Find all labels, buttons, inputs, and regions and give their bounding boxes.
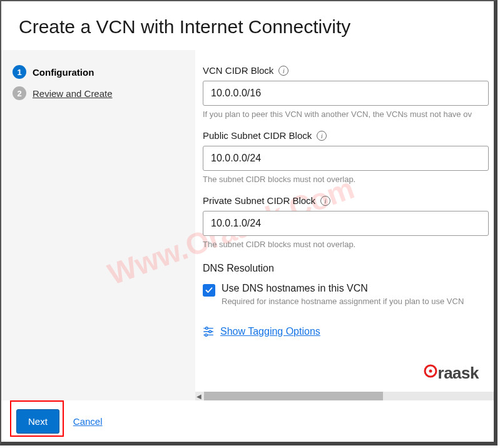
dns-checkbox-label: Use DNS hostnames in this VCN: [222, 283, 464, 294]
step-label: Review and Create: [33, 88, 113, 99]
main-panel: VCN CIDR Block i If you plan to peer thi…: [195, 50, 494, 400]
show-tagging-link[interactable]: Show Tagging Options: [220, 326, 320, 337]
step-review-create[interactable]: 2 Review and Create: [13, 86, 184, 100]
horizontal-scrollbar[interactable]: ◀: [195, 392, 494, 400]
dns-checkbox[interactable]: [203, 284, 215, 297]
scroll-left-arrow-icon[interactable]: ◀: [196, 393, 202, 400]
public-subnet-input[interactable]: [203, 146, 489, 171]
private-subnet-label: Private Subnet CIDR Block i: [203, 195, 489, 206]
svg-point-3: [209, 330, 212, 333]
dns-heading: DNS Resolution: [203, 263, 489, 274]
vcn-cidr-label: VCN CIDR Block i: [203, 65, 489, 76]
step-number-icon: 1: [13, 65, 26, 79]
vcn-cidr-help: If you plan to peer this VCN with anothe…: [203, 109, 489, 119]
scrollbar-thumb[interactable]: [204, 392, 383, 400]
vcn-cidr-input[interactable]: [203, 81, 489, 106]
info-icon[interactable]: i: [320, 196, 330, 206]
private-subnet-input[interactable]: [203, 211, 489, 236]
next-button[interactable]: Next: [16, 409, 59, 434]
cancel-link[interactable]: Cancel: [73, 416, 103, 427]
sliders-icon: [203, 326, 214, 337]
svg-point-5: [205, 334, 208, 337]
step-number-icon: 2: [13, 86, 26, 100]
oraask-logo: raask: [423, 364, 479, 383]
page-title: Create a VCN with Internet Connectivity: [19, 16, 476, 38]
logo-icon: [423, 364, 438, 379]
step-label: Configuration: [33, 67, 94, 78]
footer: Next Cancel: [1, 400, 494, 442]
wizard-sidebar: 1 Configuration 2 Review and Create: [1, 50, 195, 400]
svg-point-7: [429, 370, 432, 373]
info-icon[interactable]: i: [317, 131, 327, 141]
svg-point-1: [206, 327, 208, 330]
checkmark-icon: [205, 287, 213, 294]
step-configuration[interactable]: 1 Configuration: [13, 65, 184, 79]
private-subnet-help: The subnet CIDR blocks must not overlap.: [203, 240, 489, 249]
dns-checkbox-help: Required for instance hostname assignmen…: [222, 297, 464, 306]
info-icon[interactable]: i: [278, 66, 288, 76]
public-subnet-help: The subnet CIDR blocks must not overlap.: [203, 175, 489, 184]
public-subnet-label: Public Subnet CIDR Block i: [203, 130, 489, 141]
